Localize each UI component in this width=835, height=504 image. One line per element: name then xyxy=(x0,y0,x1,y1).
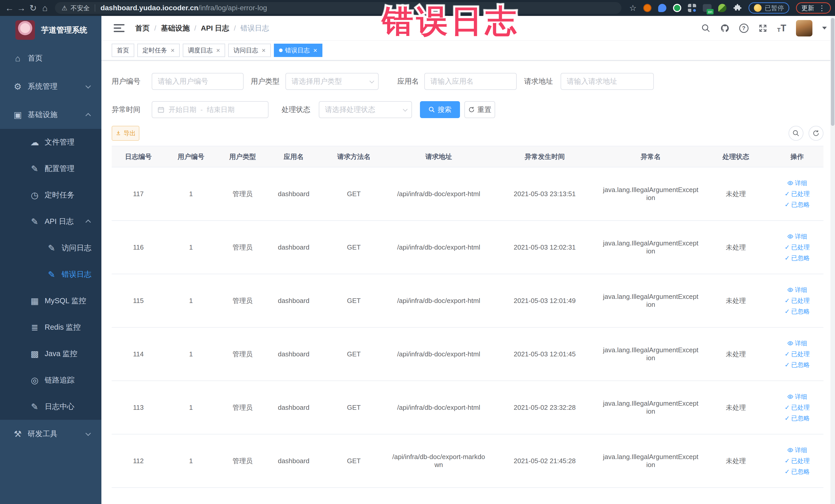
back-icon[interactable]: ← xyxy=(4,3,15,13)
processed-link[interactable]: ✓已处理 xyxy=(785,403,810,411)
sidebar-item-dev-tools[interactable]: ⚒ 研发工具 xyxy=(0,420,101,448)
detail-link[interactable]: 详细 xyxy=(787,392,807,401)
export-button[interactable]: 导出 xyxy=(111,126,139,141)
profile-paused-pill[interactable]: 已暂停 xyxy=(749,2,789,14)
sidebar-item-infrastructure[interactable]: ▣ 基础设施 xyxy=(0,101,101,129)
sidebar-item-file-management[interactable]: ☁ 文件管理 xyxy=(0,129,101,155)
bookmark-star-icon[interactable]: ☆ xyxy=(629,3,636,13)
fullscreen-icon[interactable] xyxy=(758,24,768,33)
detail-link[interactable]: 详细 xyxy=(787,233,807,241)
processed-link[interactable]: ✓已处理 xyxy=(785,297,810,305)
app-logo-row[interactable]: 芋道管理系统 xyxy=(0,16,101,44)
processed-link[interactable]: ✓已处理 xyxy=(785,350,810,358)
sidebar-item-java-monitor[interactable]: ▩ Java 监控 xyxy=(0,340,101,367)
help-icon[interactable]: ? xyxy=(739,24,749,33)
range-separator: - xyxy=(201,106,203,114)
detail-link[interactable]: 详细 xyxy=(787,286,807,294)
ignore-link[interactable]: ✓已忽略 xyxy=(785,361,810,369)
col-user-id: 用户编号 xyxy=(165,146,217,167)
close-icon[interactable]: × xyxy=(262,47,265,54)
sidebar-item-label: 配置管理 xyxy=(45,164,75,174)
toggle-search-button[interactable] xyxy=(789,126,803,141)
cell-exception-time: 2021-05-03 12:02:31 xyxy=(489,221,600,274)
start-date-placeholder[interactable]: 开始日期 xyxy=(169,105,196,114)
process-status-select[interactable] xyxy=(319,101,412,118)
ignore-link[interactable]: ✓已忽略 xyxy=(785,254,810,262)
scrollbar[interactable] xyxy=(830,16,835,504)
processed-link[interactable]: ✓已处理 xyxy=(785,457,810,465)
extension-icon[interactable] xyxy=(658,4,666,12)
check-icon: ✓ xyxy=(785,458,790,464)
sidebar-item-log-center[interactable]: ✎ 日志中心 xyxy=(0,394,101,420)
search-button[interactable]: 搜索 xyxy=(420,101,460,118)
user-type-select[interactable] xyxy=(285,73,379,90)
font-size-icon[interactable]: TT xyxy=(777,24,786,33)
ignore-link[interactable]: ✓已忽略 xyxy=(785,307,810,316)
sidebar-item-system-management[interactable]: ⚙ 系统管理 xyxy=(0,73,101,101)
date-range-picker[interactable]: 开始日期 - 结束日期 xyxy=(152,101,268,118)
extension-icon[interactable] xyxy=(643,4,651,12)
tab-access-log[interactable]: 访问日志 × xyxy=(228,44,270,57)
sidebar-item-home[interactable]: ⌂ 首页 xyxy=(0,44,101,73)
sidebar-item-error-log[interactable]: ✎ 错误日志 xyxy=(0,261,101,287)
ignore-link[interactable]: ✓已忽略 xyxy=(785,201,810,209)
breadcrumb-home[interactable]: 首页 xyxy=(135,23,150,33)
update-label: 更新 xyxy=(801,4,814,12)
detail-link[interactable]: 详细 xyxy=(787,179,807,187)
breadcrumb: 首页 / 基础设施 / API 日志 / 错误日志 xyxy=(135,23,269,33)
hamburger-icon[interactable] xyxy=(114,24,124,32)
not-secure-warning[interactable]: ⚠ 不安全 xyxy=(62,4,89,12)
sidebar-item-config-management[interactable]: ✎ 配置管理 xyxy=(0,155,101,182)
breadcrumb-api-log[interactable]: API 日志 xyxy=(201,23,229,33)
row-actions: 详细 ✓已处理 ✓已忽略 xyxy=(773,233,821,262)
tab-home[interactable]: 首页 xyxy=(111,44,134,57)
extension-icon[interactable] xyxy=(688,4,696,12)
processed-link[interactable]: ✓已处理 xyxy=(785,243,810,251)
breadcrumb-infrastructure[interactable]: 基础设施 xyxy=(161,23,190,33)
refresh-table-button[interactable] xyxy=(809,126,823,141)
cell-request-url: /api/infra/db-doc/export-html xyxy=(389,221,489,274)
extension-icon[interactable] xyxy=(718,4,727,12)
ignore-link[interactable]: ✓已忽略 xyxy=(785,467,810,476)
sidebar-item-scheduled-tasks[interactable]: ◷ 定时任务 xyxy=(0,182,101,208)
extension-icon[interactable]: on xyxy=(703,4,712,12)
github-icon[interactable] xyxy=(720,24,730,33)
tab-dispatch-log[interactable]: 调度日志 × xyxy=(183,44,225,57)
avatar-dropdown-caret-icon[interactable] xyxy=(822,27,827,29)
cell-exception-name: java.lang.IllegalArgumentException xyxy=(600,221,701,274)
extensions-puzzle-icon[interactable] xyxy=(733,4,742,12)
detail-link[interactable]: 详细 xyxy=(787,446,807,454)
tab-error-log[interactable]: 错误日志 × xyxy=(274,44,322,57)
sidebar-item-trace[interactable]: ◎ 链路追踪 xyxy=(0,367,101,394)
chrome-update-pill[interactable]: 更新 ⋮ xyxy=(796,2,831,14)
table-row: 114 1 管理员 dashboard GET /api/infra/db-do… xyxy=(111,327,823,381)
chevron-up-icon xyxy=(85,220,91,225)
user-id-input[interactable] xyxy=(152,73,244,90)
sidebar-item-mysql-monitor[interactable]: ▦ MySQL 监控 xyxy=(0,287,101,314)
user-avatar[interactable] xyxy=(796,20,812,37)
close-icon[interactable]: × xyxy=(216,47,220,54)
close-icon[interactable]: × xyxy=(313,47,317,54)
sidebar-item-label: 访问日志 xyxy=(62,243,91,253)
sidebar-item-redis-monitor[interactable]: ≣ Redis 监控 xyxy=(0,314,101,340)
tab-scheduled-tasks[interactable]: 定时任务 × xyxy=(137,44,180,57)
search-icon[interactable] xyxy=(701,24,711,33)
forward-icon[interactable]: → xyxy=(15,3,27,13)
request-url-input[interactable] xyxy=(561,73,654,90)
address-bar[interactable]: ⚠ 不安全 dashboard.yudao.iocoder.cn/infra/l… xyxy=(55,2,622,14)
processed-link[interactable]: ✓已处理 xyxy=(785,190,810,198)
sidebar-item-api-log[interactable]: ✎ API 日志 xyxy=(0,208,101,235)
home-icon[interactable]: ⌂ xyxy=(39,3,51,13)
scrollbar-thumb[interactable] xyxy=(831,18,834,126)
ignore-link[interactable]: ✓已忽略 xyxy=(785,414,810,422)
sidebar-item-access-log[interactable]: ✎ 访问日志 xyxy=(0,235,101,261)
reload-icon[interactable]: ↻ xyxy=(27,3,39,13)
reset-button[interactable]: 重置 xyxy=(464,101,495,118)
app-name-input[interactable] xyxy=(424,73,517,90)
extension-icon[interactable] xyxy=(673,4,681,12)
detail-link[interactable]: 详细 xyxy=(787,339,807,347)
col-request-method: 请求方法名 xyxy=(319,146,389,167)
end-date-placeholder[interactable]: 结束日期 xyxy=(207,105,235,114)
menu-kebab-icon[interactable]: ⋮ xyxy=(818,4,826,12)
close-icon[interactable]: × xyxy=(171,47,175,54)
